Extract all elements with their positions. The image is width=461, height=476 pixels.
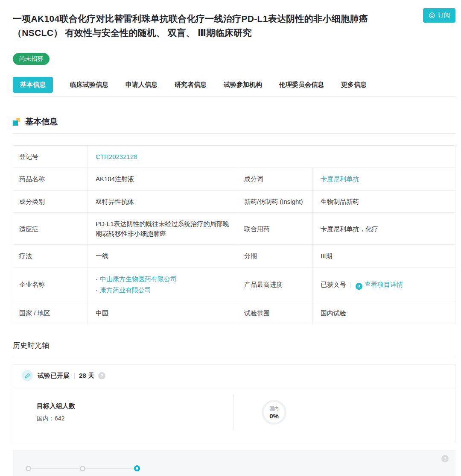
subscribe-label: 订阅	[438, 12, 450, 19]
table-row: 疗法 一线 分期 III期	[13, 245, 455, 267]
registry-number-link[interactable]: CTR20232128	[96, 153, 137, 160]
field-label-country: 国家 / 地区	[13, 302, 88, 324]
table-row: 国家 / 地区 中国 试验范围 国内试验	[13, 302, 455, 324]
table-row: 成分类别 双特异性抗体 新药/仿制药 (Insight) 生物制品新药	[13, 190, 455, 212]
field-label-product-progress: 产品最高进度	[238, 267, 313, 302]
trial-status-text: 试验已开展	[38, 372, 70, 380]
enrollment-target-title: 目标入组人数	[37, 402, 233, 410]
table-row: 药品名称 AK104注射液 成分词 卡度尼利单抗	[13, 168, 455, 190]
separator: |	[73, 372, 75, 379]
subscribe-button[interactable]: 订阅	[423, 8, 455, 23]
field-label-therapy-line: 疗法	[13, 245, 88, 267]
trial-card-header: 试验已开展 | 28 天 ?	[13, 364, 455, 387]
field-value-indication: PD-L1表达阴性的既往未经过系统治疗的局部晚期或转移性非小细胞肺癌	[88, 212, 238, 245]
page-container: 一项AK104联合化疗对比替雷利珠单抗联合化疗一线治疗PD-L1表达阴性的非小细…	[0, 0, 461, 476]
arrow-circle-icon	[356, 283, 362, 290]
ingredient-link[interactable]: 卡度尼利单抗	[321, 175, 359, 182]
basic-info-section-title: 基本信息	[25, 116, 58, 127]
trial-card-body: 目标入组人数 国内：642 国内 0%	[13, 387, 455, 442]
field-value-new-drug: 生物制品新药	[313, 190, 455, 212]
bullet: ·	[96, 286, 98, 294]
status-badge: 尚未招募	[13, 53, 50, 65]
company-link-1[interactable]: 中山康方生物医药有限公司	[100, 275, 177, 282]
tab-ethics-committee-info[interactable]: 伦理委员会信息	[279, 77, 324, 93]
progress-ring-wrap: 国内 0%	[262, 400, 286, 425]
table-row: 企业名称 ·中山康方生物医药有限公司 ·康方药业有限公司 产品最高进度 已获文号…	[13, 267, 455, 302]
timeline-event-first-publication: 首次公示信息 2023-07-13	[80, 465, 134, 476]
view-project-details-link[interactable]: 查看项目详情	[365, 281, 403, 288]
trial-days-count: 28 天	[79, 372, 94, 380]
subscribe-icon	[429, 12, 435, 19]
timeline-connector	[85, 468, 134, 469]
tab-more-info[interactable]: 更多信息	[341, 77, 367, 93]
enrollment-target-block: 目标入组人数 国内：642	[13, 402, 233, 423]
timeline-connector	[31, 468, 80, 469]
field-label-indication: 适应症	[13, 212, 88, 245]
field-label-new-drug: 新药/仿制药 (Insight)	[238, 190, 313, 212]
basic-info-table: 登记号 CTR20232128 药品名称 AK104注射液 成分词 卡度尼利单抗…	[13, 145, 455, 324]
history-timeline-title: 历史时光轴	[13, 341, 455, 357]
timeline-dot-active	[134, 465, 140, 471]
field-label-phase: 分期	[238, 245, 313, 267]
field-label-registry: 登记号	[13, 146, 88, 168]
bullet: ·	[96, 275, 98, 282]
pencil-icon	[22, 370, 33, 381]
vertical-divider	[233, 395, 233, 430]
tab-applicant-info[interactable]: 申请人信息	[125, 77, 158, 93]
field-label-drug-name: 药品名称	[13, 168, 88, 190]
company-link-2[interactable]: 康方药业有限公司	[100, 286, 151, 294]
trial-progress-card: 试验已开展 | 28 天 ? 目标入组人数 国内：642 国内 0%	[13, 364, 455, 442]
field-value-phase: III期	[313, 245, 455, 267]
separator: |	[350, 281, 352, 288]
product-progress-status: 已获文号	[321, 281, 346, 288]
ring-label: 国内	[269, 405, 279, 412]
field-label-companies: 企业名称	[13, 267, 88, 302]
field-value-companies: ·中山康方生物医药有限公司 ·康方药业有限公司	[88, 267, 238, 302]
section-squares-icon	[13, 118, 20, 126]
field-value-country: 中国	[88, 302, 238, 324]
timeline-event-not-yet-recruiting: 尚未招募 2023-07-13	[134, 465, 188, 476]
basic-info-section-header: 基本信息	[13, 116, 455, 134]
tab-participating-institutions[interactable]: 试验参加机构	[224, 77, 262, 93]
tab-clinical-trial-info[interactable]: 临床试验信息	[70, 77, 108, 93]
timeline-dot	[80, 466, 85, 471]
timeline-dot	[26, 466, 31, 471]
field-value-product-progress: 已获文号|查看项目详情	[313, 267, 455, 302]
enrollment-domestic-count: 国内：642	[37, 415, 233, 423]
help-icon[interactable]: ?	[98, 372, 105, 379]
field-value-combination: 卡度尼利单抗，化疗	[313, 212, 455, 245]
domestic-progress-ring: 国内 0%	[262, 400, 286, 425]
table-row: 适应症 PD-L1表达阴性的既往未经过系统治疗的局部晚期或转移性非小细胞肺癌 联…	[13, 212, 455, 245]
milestone-timeline: 伦理委员会审查结论同意 2023-06-16 首次公示信息 2023-07-13…	[26, 465, 443, 476]
tab-bar: 基本信息 临床试验信息 申请人信息 研究者信息 试验参加机构 伦理委员会信息 更…	[13, 77, 455, 97]
page-header: 一项AK104联合化疗对比替雷利珠单抗联合化疗一线治疗PD-L1表达阴性的非小细…	[13, 6, 455, 46]
field-value-therapy-line: 一线	[88, 245, 238, 267]
tab-researcher-info[interactable]: 研究者信息	[175, 77, 207, 93]
ring-percent: 0%	[269, 412, 279, 420]
field-label-scope: 试验范围	[238, 302, 313, 324]
help-icon[interactable]: ?	[441, 455, 449, 462]
tab-basic-info[interactable]: 基本信息	[13, 77, 53, 93]
page-title: 一项AK104联合化疗对比替雷利珠单抗联合化疗一线治疗PD-L1表达阴性的非小细…	[13, 12, 388, 40]
field-value-ingredient-class: 双特异性抗体	[88, 190, 238, 212]
timeline-event-ethics-approval: 伦理委员会审查结论同意 2023-06-16	[26, 465, 80, 476]
milestone-timeline-panel: ? 伦理委员会审查结论同意 2023-06-16 首次公示信息 2023-07-…	[13, 450, 455, 476]
table-row: 登记号 CTR20232128	[13, 146, 455, 168]
field-value-scope: 国内试验	[313, 302, 455, 324]
field-label-ingredient-class: 成分类别	[13, 190, 88, 212]
field-value-drug-name: AK104注射液	[88, 168, 238, 190]
field-label-ingredient: 成分词	[238, 168, 313, 190]
field-label-combination: 联合用药	[238, 212, 313, 245]
